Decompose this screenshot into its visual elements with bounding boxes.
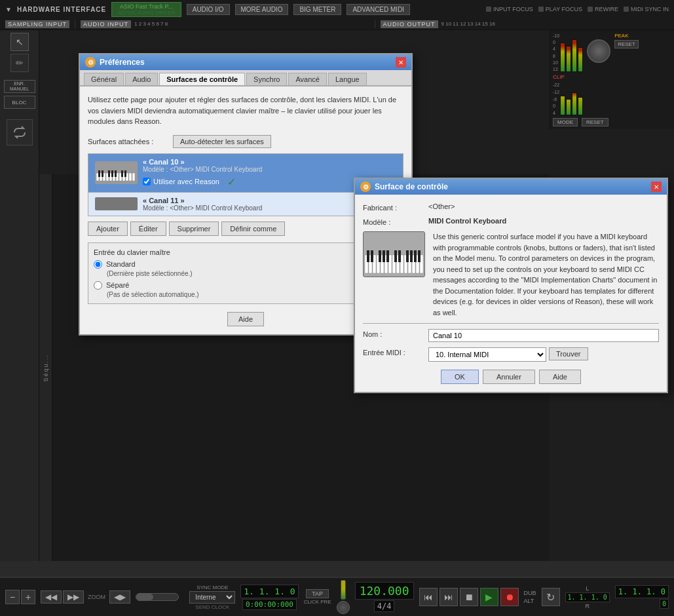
tool-pencil[interactable]: ✏ xyxy=(10,54,29,72)
volume-knob[interactable] xyxy=(337,601,350,614)
output-label: AUDIO OUTPUT xyxy=(381,20,438,28)
ajouter-btn[interactable]: Ajouter xyxy=(88,221,128,236)
seq-label: Séqu... xyxy=(39,174,52,561)
nom-input[interactable] xyxy=(428,329,659,342)
bloc-label: BLOC xyxy=(12,100,27,106)
sync-select[interactable]: Interne xyxy=(189,591,235,604)
zoom-section: − + xyxy=(5,590,35,604)
volume-section xyxy=(337,580,350,614)
reset-btn[interactable]: RESET xyxy=(614,40,639,48)
loop-btn[interactable]: ↻ xyxy=(542,588,560,606)
tab-audio[interactable]: Audio xyxy=(125,73,158,85)
zoom-in-btn[interactable]: + xyxy=(21,590,35,604)
record-btn[interactable]: ⏺ xyxy=(500,588,519,606)
prefs-close-btn[interactable]: ✕ xyxy=(396,57,406,67)
tab-avance[interactable]: Avancé xyxy=(288,73,327,85)
svg-rect-38 xyxy=(379,250,381,262)
audio-io-btn[interactable]: AUDIO I/O xyxy=(187,4,230,15)
supprimer-btn[interactable]: Supprimer xyxy=(169,221,219,236)
entree-label: Entrée MIDI : xyxy=(363,347,428,356)
fabricant-row: Fabricant : <Other> xyxy=(363,202,659,212)
app-dropdown-arrow[interactable]: ▼ xyxy=(5,6,12,13)
use-reason-checkbox[interactable] xyxy=(143,178,151,185)
peak-label: PEAK xyxy=(614,33,639,39)
enr-manuel-btn[interactable]: ENR. MANUEL xyxy=(4,80,35,93)
find-btn[interactable]: Trouver xyxy=(549,347,588,360)
scroll-bar[interactable] xyxy=(136,593,179,601)
top-bar: ▼ HARDWARE INTERFACE ASIO Fast Track P..… xyxy=(0,0,674,18)
radio-separate[interactable] xyxy=(94,281,102,290)
surface-description: Use this generic control surface model i… xyxy=(433,231,659,318)
tab-synchro[interactable]: Synchro xyxy=(246,73,287,85)
tap-btn[interactable]: TAP xyxy=(306,589,329,598)
nav-next-btn[interactable]: ▶▶ xyxy=(63,590,84,604)
big-meter-btn[interactable]: BIG METER xyxy=(293,4,341,15)
prefs-help-btn[interactable]: Aide xyxy=(227,312,264,326)
prefs-icon: ⚙ xyxy=(85,57,96,67)
play-btn[interactable]: ▶ xyxy=(480,588,498,606)
bloc-btn[interactable]: BLOC xyxy=(4,96,35,109)
keyboard-preview xyxy=(363,231,425,277)
preview-row: Use this generic control surface model i… xyxy=(363,231,659,318)
clip-label: CLIP xyxy=(553,74,565,80)
master-kb-title: Entrée du clavier maître xyxy=(94,248,398,256)
position-section: 1. 1. 1. 0 0:00:00:000 xyxy=(240,585,298,610)
input-focus-label: INPUT FOCUS xyxy=(493,6,533,12)
radio-standard-label[interactable]: Standard xyxy=(94,260,398,269)
tab-surfaces[interactable]: Surfaces de contrôle xyxy=(159,73,245,85)
zoom-reset-btn[interactable]: ◀▶ xyxy=(109,590,130,604)
mode-btn[interactable]: MODE xyxy=(553,118,578,126)
rewind-btn[interactable]: ⏮ xyxy=(419,588,438,606)
ok-btn[interactable]: OK xyxy=(441,370,479,384)
radio-group: Standard (Dernière piste sélectionnée.) … xyxy=(94,260,398,298)
radio-standard[interactable] xyxy=(94,260,102,269)
surface-dialog-body: Fabricant : <Other> Modèle : MIDI Contro… xyxy=(355,195,667,392)
audio-output-bar: AUDIO OUTPUT 9 10 11 12 13 14 15 16 xyxy=(375,20,674,28)
cancel-btn[interactable]: Annuler xyxy=(483,370,535,384)
alt-label: ALT xyxy=(524,598,536,604)
reset2-btn[interactable]: RESET xyxy=(582,118,608,126)
right-position: 1. 1. 1. 0 0 xyxy=(615,585,669,609)
detect-btn[interactable]: Auto-détecter les surfaces xyxy=(173,135,271,148)
svg-rect-13 xyxy=(98,170,100,177)
svg-rect-15 xyxy=(108,170,110,177)
driver-sub: ACTIVE AUDIO DRIVER xyxy=(117,10,175,16)
midi-sync-indicator: MIDI SYNC IN xyxy=(624,6,669,12)
tab-langue[interactable]: Langue xyxy=(328,73,367,85)
zoom-out-btn[interactable]: − xyxy=(5,590,20,604)
click-label: CLICK xyxy=(304,599,320,605)
more-audio-btn[interactable]: MORE AUDIO xyxy=(235,4,289,15)
send-clock-label: SEND CLOCK xyxy=(195,604,229,610)
nom-label: Nom : xyxy=(363,329,428,338)
entree-midi-row: Entrée MIDI : 10. Internal MIDI Trouver xyxy=(363,347,659,362)
vu-knob[interactable] xyxy=(587,39,610,63)
stop-btn[interactable]: ⏹ xyxy=(460,588,478,606)
prefs-title: Préférences xyxy=(100,58,145,67)
svg-rect-41 xyxy=(394,250,397,262)
radio-separate-text: Séparé xyxy=(106,281,129,289)
svg-rect-36 xyxy=(367,250,369,262)
surface-titlebar: ⚙ Surface de contrôle ✕ xyxy=(355,179,667,195)
surface2-info: « Canal 11 » Modèle : <Other> MIDI Contr… xyxy=(143,197,262,212)
radio-standard-text: Standard xyxy=(106,260,136,268)
time-sig-value: 4/4 xyxy=(374,600,395,612)
surface-close-btn[interactable]: ✕ xyxy=(651,182,662,192)
tab-general[interactable]: Général xyxy=(84,73,124,85)
advanced-midi-btn[interactable]: ADVANCED MIDI xyxy=(346,4,410,15)
vu-bars-left: -10 0 4 8 10 12 xyxy=(553,33,583,80)
midi-input-select[interactable]: 10. Internal MIDI xyxy=(428,347,546,362)
tool-arrow[interactable]: ↖ xyxy=(10,33,29,51)
modele-row: Modèle : MIDI Control Keyboard xyxy=(363,217,659,226)
editer-btn[interactable]: Éditer xyxy=(130,221,166,236)
surface-dialog-icon: ⚙ xyxy=(360,182,371,192)
scale-numbers: 1 2 3 4 5 6 7 8 xyxy=(134,21,168,27)
definir-btn[interactable]: Définir comme xyxy=(221,221,285,236)
svg-rect-46 xyxy=(418,250,421,262)
surface-help-btn[interactable]: Aide xyxy=(539,370,581,384)
input-focus-indicator: INPUT FOCUS xyxy=(486,6,533,12)
loop-icon[interactable] xyxy=(7,119,33,145)
radio-separate-label[interactable]: Séparé xyxy=(94,281,398,290)
keyboard-icon-2 xyxy=(95,197,138,210)
nav-prev-btn[interactable]: ◀◀ xyxy=(41,590,62,604)
fast-forward-btn[interactable]: ⏭ xyxy=(440,588,458,606)
